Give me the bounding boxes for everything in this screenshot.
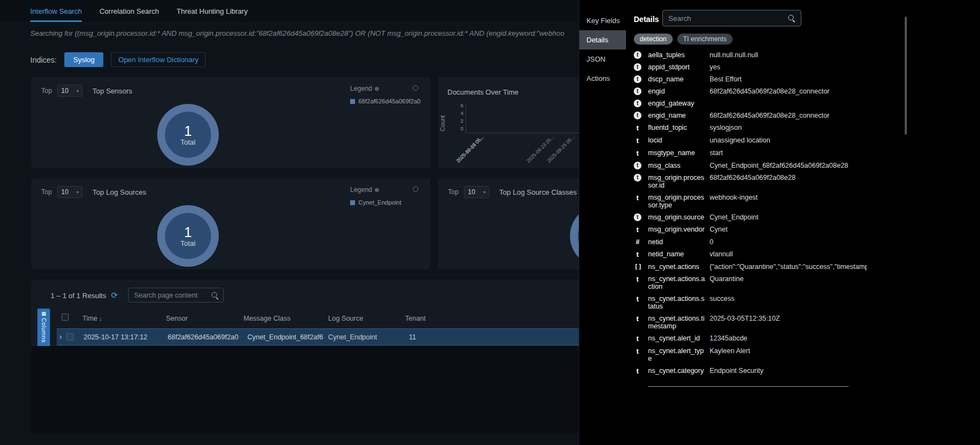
columns-button[interactable]: ▦ Columns [37,309,50,349]
field-name[interactable]: msg_origin.processor.type [648,194,710,209]
field-name[interactable]: engid_name [648,112,710,119]
field-name[interactable]: msgtype_name [648,149,710,157]
sidebar-item-actions[interactable]: Actions [579,69,626,88]
tab-threat-hunting-library[interactable]: Threat Hunting Library [176,0,247,22]
legend-item[interactable]: 68f2af626d45a069f2a0 [350,98,420,105]
top-count-select[interactable]: 10 ▾ [57,186,82,198]
refresh-icon[interactable]: ⟳ [111,290,118,300]
details-scrollbar[interactable] [905,17,907,135]
chevron-down-icon: ▾ [76,89,79,94]
top-count-value: 10 [61,87,68,95]
y-tick: 4 [455,110,463,116]
sidebar-item-json[interactable]: JSON [579,50,626,69]
text-type-icon: t [634,149,641,157]
legend-toggle[interactable]: Legend ⊕ [350,186,379,194]
field-name[interactable]: ns_cynet.actions.timestamp [648,315,710,330]
field-name[interactable]: netid [648,238,710,246]
field-name[interactable]: aella_tuples [648,51,710,59]
results-panel: 1 – 1 of 1 Results ⟳ ▦ Columns Time↓ Sen… [31,279,579,434]
legend-label: Legend [350,186,372,194]
column-header-sensor[interactable]: Sensor [166,315,188,322]
field-name[interactable]: appid_stdport [648,63,710,71]
tag-ti-enrichments[interactable]: TI enrichments [677,34,733,45]
field-name[interactable]: ns_cynet.actions.action [648,275,710,290]
field-name[interactable]: netid_name [648,250,710,258]
field-name[interactable]: msg_origin.vendor [648,226,710,233]
keyword-type-icon: t [634,100,641,107]
page-search-input[interactable] [129,288,223,302]
row-expander-icon[interactable]: › [59,332,62,341]
details-search-box [662,10,801,26]
table-row[interactable]: › 2025-10-17 13:17:12 68f2af626d45a069f2… [57,328,579,345]
results-count: 1 – 1 of 1 Results [51,292,106,300]
field-row: taella_tuplesnull.null.null.null [634,49,867,61]
top-count-select[interactable]: 10 ▾ [57,85,82,97]
legend-expand-icon: ⊕ [374,85,379,92]
tag-detection[interactable]: detection [634,34,673,45]
top-count-value: 10 [61,188,68,196]
field-name[interactable]: engid_gateway [648,100,710,107]
y-axis-line [466,105,466,133]
field-name[interactable]: ns_cynet.actions.status [648,295,710,310]
column-header-message-class[interactable]: Message Class [243,315,290,322]
column-header-log-source[interactable]: Log Source [328,315,363,322]
details-tags: detection TI enrichments [634,34,733,45]
field-name[interactable]: dscp_name [648,75,710,83]
field-name[interactable]: msg_origin.processor.id [648,174,710,189]
details-search-input[interactable] [663,10,801,26]
column-header-tenant[interactable]: Tenant [405,315,426,322]
top-log-sources-head: Top 10 ▾ Top Log Sources [41,186,146,198]
field-name[interactable]: locid [648,136,710,144]
cell-time: 2025-10-17 13:17:12 [84,333,147,341]
sidebar-item-key-fields[interactable]: Key Fields [579,11,626,30]
field-value: syslogjson [710,124,867,131]
syslog-button[interactable]: Syslog [64,52,103,67]
donut-center: 1 Total [165,112,211,158]
field-row: #netid0 [634,236,867,248]
sidebar-item-details[interactable]: Details [579,30,626,50]
field-row: tdscp_nameBest Effort [634,73,867,85]
field-value: 68f2af626d45a069f2a08e28 [710,174,867,182]
top-count-value: 10 [468,188,475,196]
top-log-sources-panel: Top 10 ▾ Top Log Sources Legend ⊕ Cynet_… [31,178,430,270]
panel-radio-icon[interactable] [413,85,418,91]
field-value: yes [710,63,867,71]
field-name[interactable]: ns_cynet.alert_type [648,347,710,362]
field-name[interactable]: ns_cynet.category [648,367,710,375]
details-pane: Details detection TI enrichments taella_… [626,0,980,445]
field-value: Best Effort [710,75,867,83]
field-name[interactable]: fluentd_topic [648,124,710,131]
select-all-checkbox[interactable] [62,314,69,321]
open-interflow-dictionary-button[interactable]: Open Interflow Dictionary [111,52,206,67]
text-type-icon: t [634,334,641,343]
top-log-sources-donut-chart[interactable]: 1 Total [157,205,219,267]
top-sensors-donut-chart[interactable]: 1 Total [157,104,219,166]
text-type-icon: t [634,194,641,202]
tab-interflow-search[interactable]: Interflow Search [30,0,82,22]
text-type-icon: t [634,347,641,355]
donut-total-value: 1 [184,124,192,138]
field-name[interactable]: msg_origin.source [648,213,710,221]
field-row: tmsg_classCynet_Endpoint_68f2af626d45a06… [634,160,867,172]
legend-toggle[interactable]: Legend ⊕ [350,85,379,92]
chevron-down-icon: ▾ [76,190,79,195]
top-log-source-classes-donut-chart[interactable] [570,205,579,267]
tab-correlation-search[interactable]: Correlation Search [99,0,159,22]
field-value: start [710,149,867,157]
column-header-time[interactable]: Time↓ [82,315,102,322]
field-value: Cynet [710,226,867,233]
field-row: tmsgtype_namestart [634,147,867,160]
panel-title: Top Log Source Classes [499,188,577,196]
field-name[interactable]: ns_cynet.alert_id [648,334,710,342]
panel-radio-icon[interactable] [413,186,418,192]
field-name[interactable]: engid [648,87,710,95]
legend-item[interactable]: Cynet_Endpoint [350,199,401,206]
top-count-select[interactable]: 10 ▾ [464,186,489,198]
field-row: tns_cynet.categoryEndpoint Security [634,365,867,377]
row-checkbox[interactable] [67,333,74,340]
field-name[interactable]: ns_cynet.actions [648,263,710,271]
field-row: tlocidunassigned location [634,134,867,147]
field-name[interactable]: msg_class [648,162,710,169]
field-value: 68f2af626d45a069f2a08e28_connector [710,112,867,119]
text-type-icon: t [634,226,641,234]
